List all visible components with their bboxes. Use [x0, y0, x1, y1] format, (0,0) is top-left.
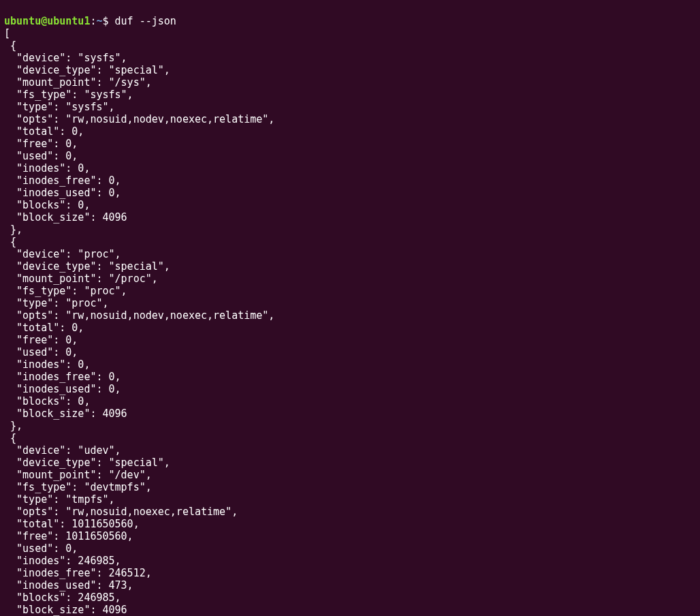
command-output: [ { "device": "sysfs", "device_type": "s… — [4, 27, 274, 616]
prompt-at: @ — [41, 15, 47, 27]
prompt-host: ubuntu1 — [47, 15, 90, 27]
terminal[interactable]: ubuntu@ubuntu1:~$ duf --json [ { "device… — [0, 0, 700, 616]
prompt-user: ubuntu — [4, 15, 41, 27]
prompt-sign: $ — [103, 15, 115, 27]
command-text: duf --json — [115, 15, 176, 27]
prompt-line: ubuntu@ubuntu1:~$ duf --json — [4, 15, 176, 27]
prompt-path: ~ — [96, 15, 102, 27]
